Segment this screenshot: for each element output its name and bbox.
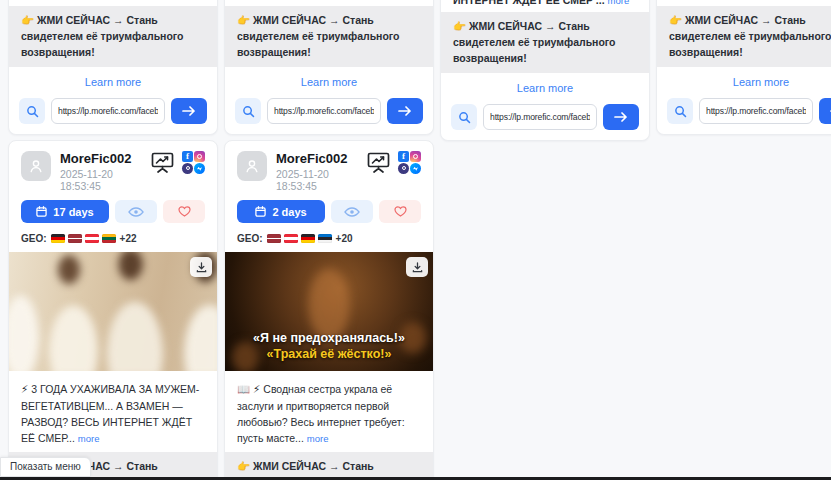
days-active-button[interactable]: 2 days bbox=[237, 200, 325, 223]
landing-url-input[interactable] bbox=[483, 104, 597, 130]
url-row bbox=[9, 93, 217, 134]
ad-body-text-truncated: ИНТЕРНЕТ ЖДЁТ ЕЁ СМЕР ... bbox=[453, 0, 605, 6]
instagram-icon bbox=[194, 151, 205, 162]
show-menu-button[interactable]: Показать меню bbox=[0, 457, 91, 477]
flag-lv-icon bbox=[68, 234, 82, 243]
cta-text: 👉 ЖМИ СЕЙЧАС → Стань свидетелем её триум… bbox=[9, 6, 217, 67]
landing-url-input[interactable] bbox=[699, 98, 813, 124]
cta-text: 👉 ЖМИ СЕЙЧАС → Стань свидетелем её триум… bbox=[225, 452, 433, 480]
column-1: 👉 ЖМИ СЕЙЧАС → Стань свидетелем её триум… bbox=[8, 0, 218, 480]
favorite-heart-button[interactable] bbox=[379, 200, 421, 223]
audience-network-icon bbox=[398, 163, 409, 174]
creative-image[interactable] bbox=[9, 252, 217, 371]
creative-datetime: 2025-11-20 18:53:45 bbox=[276, 168, 357, 192]
geo-extra-count: +20 bbox=[336, 233, 353, 244]
url-row bbox=[657, 93, 831, 134]
learn-more-link[interactable]: Learn more bbox=[441, 73, 649, 99]
days-label: 17 days bbox=[53, 206, 93, 218]
search-icon[interactable] bbox=[667, 98, 693, 124]
presentation-chart-icon bbox=[150, 151, 175, 174]
open-url-button[interactable] bbox=[171, 98, 207, 124]
download-image-button[interactable] bbox=[406, 257, 428, 277]
presentation-chart-icon bbox=[366, 151, 391, 174]
cta-text: 👉 ЖМИ СЕЙЧАС → Стань свидетелем её триум… bbox=[225, 6, 433, 67]
avatar bbox=[237, 151, 267, 181]
image-overlay-line2: «Трахай её жёстко!» bbox=[225, 346, 433, 363]
creative-image-figures bbox=[9, 252, 217, 371]
messenger-icon bbox=[194, 163, 205, 174]
download-image-button[interactable] bbox=[190, 257, 212, 277]
advertiser-name: MoreFic002 bbox=[276, 151, 357, 166]
creatives-board: 👉 ЖМИ СЕЙЧАС → Стань свидетелем её триум… bbox=[0, 0, 831, 480]
placements-icons: f bbox=[182, 151, 205, 174]
flag-lv-icon bbox=[267, 234, 281, 243]
flag-de-icon bbox=[301, 234, 315, 243]
geo-label: GEO: bbox=[237, 233, 263, 244]
creative-card: MoreFic002 2025-11-20 18:53:45 f bbox=[8, 140, 218, 480]
creative-datetime: 2025-11-20 18:53:45 bbox=[60, 168, 141, 192]
open-url-button[interactable] bbox=[819, 98, 831, 124]
open-url-button[interactable] bbox=[603, 104, 639, 130]
column-2: 👉 ЖМИ СЕЙЧАС → Стань свидетелем её триум… bbox=[224, 0, 434, 480]
url-row bbox=[225, 93, 433, 134]
more-link[interactable]: more bbox=[608, 0, 630, 6]
more-link[interactable]: more bbox=[78, 433, 100, 444]
geo-flags bbox=[51, 234, 116, 243]
column-4: 👉 ЖМИ СЕЙЧАС → Стань свидетелем её триум… bbox=[656, 0, 831, 135]
url-row bbox=[441, 99, 649, 140]
search-icon[interactable] bbox=[19, 98, 45, 124]
learn-more-link[interactable]: Learn more bbox=[657, 67, 831, 93]
creative-card: MoreFic002 2025-11-20 18:53:45 f bbox=[224, 140, 434, 480]
cta-text: 👉 ЖМИ СЕЙЧАС → Стань свидетелем её триум… bbox=[657, 6, 831, 67]
facebook-icon: f bbox=[398, 151, 409, 162]
flag-de-icon bbox=[51, 234, 65, 243]
days-label: 2 days bbox=[272, 206, 306, 218]
creative-card-partial: ИНТЕРНЕТ ЖДЁТ ЕЁ СМЕР ... more 👉 ЖМИ СЕЙ… bbox=[440, 0, 650, 141]
avatar bbox=[21, 151, 51, 181]
landing-url-input[interactable] bbox=[267, 98, 381, 124]
flag-at-icon bbox=[85, 234, 99, 243]
landing-url-input[interactable] bbox=[51, 98, 165, 124]
creative-card-partial: 👉 ЖМИ СЕЙЧАС → Стань свидетелем её триум… bbox=[656, 0, 831, 135]
ad-body-text: ⚡ 3 ГОДА УХАЖИВАЛА ЗА МУЖЕМ-ВЕГЕТАТИВЦЕМ… bbox=[21, 383, 199, 444]
placements-icons: f bbox=[398, 151, 421, 174]
geo-label: GEO: bbox=[21, 233, 47, 244]
flag-ee-icon bbox=[318, 234, 332, 243]
search-icon[interactable] bbox=[451, 104, 477, 130]
advertiser-row: MoreFic002 2025-11-20 18:53:45 f bbox=[225, 141, 433, 197]
cta-text: 👉 ЖМИ СЕЙЧАС → Стань свидетелем её триум… bbox=[441, 12, 649, 73]
preview-eye-button[interactable] bbox=[115, 200, 157, 223]
column-3: ИНТЕРНЕТ ЖДЁТ ЕЁ СМЕР ... more 👉 ЖМИ СЕЙ… bbox=[440, 0, 650, 141]
search-icon[interactable] bbox=[235, 98, 261, 124]
learn-more-link[interactable]: Learn more bbox=[225, 67, 433, 93]
open-url-button[interactable] bbox=[387, 98, 423, 124]
favorite-heart-button[interactable] bbox=[163, 200, 205, 223]
geo-extra-count: +22 bbox=[120, 233, 137, 244]
creative-card-partial: 👉 ЖМИ СЕЙЧАС → Стань свидетелем её триум… bbox=[224, 0, 434, 135]
creative-image[interactable]: «Я не предохранялась!» «Трахай её жёстко… bbox=[225, 252, 433, 371]
advertiser-name: MoreFic002 bbox=[60, 151, 141, 166]
geo-row: GEO: +20 bbox=[225, 231, 433, 252]
creative-card-partial: 👉 ЖМИ СЕЙЧАС → Стань свидетелем её триум… bbox=[8, 0, 218, 135]
geo-flags bbox=[267, 234, 332, 243]
facebook-icon: f bbox=[182, 151, 193, 162]
instagram-icon bbox=[410, 151, 421, 162]
advertiser-row: MoreFic002 2025-11-20 18:53:45 f bbox=[9, 141, 217, 197]
image-overlay-line1: «Я не предохранялась!» bbox=[225, 330, 433, 347]
geo-row: GEO: +22 bbox=[9, 231, 217, 252]
learn-more-link[interactable]: Learn more bbox=[9, 67, 217, 93]
flag-at-icon bbox=[284, 234, 298, 243]
days-active-button[interactable]: 17 days bbox=[21, 200, 109, 223]
flag-lt-icon bbox=[102, 234, 116, 243]
audience-network-icon bbox=[182, 163, 193, 174]
preview-eye-button[interactable] bbox=[331, 200, 373, 223]
messenger-icon bbox=[410, 163, 421, 174]
more-link[interactable]: more bbox=[307, 433, 329, 444]
